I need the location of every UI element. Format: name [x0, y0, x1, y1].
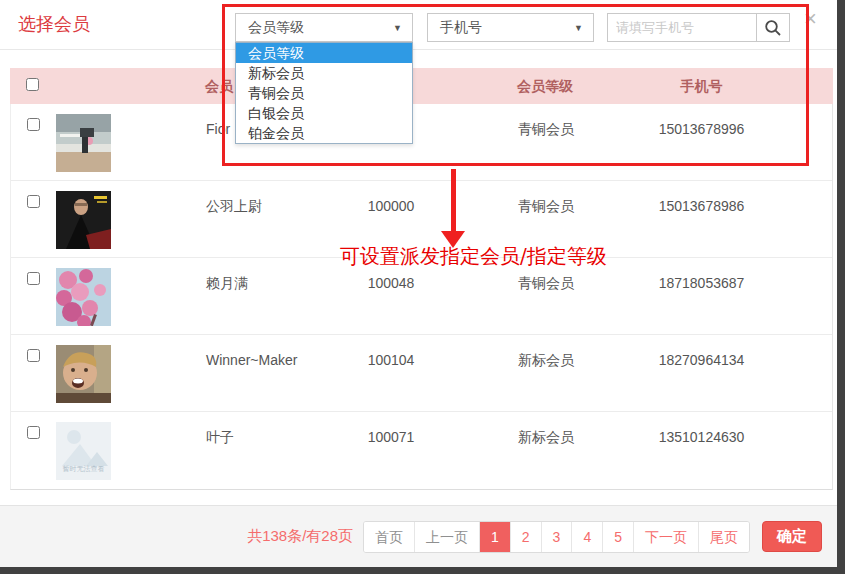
pagination-next[interactable]: 下一页 [633, 522, 698, 552]
dropdown-option-silver[interactable]: 白银会员 [236, 103, 412, 123]
pagination-page-4[interactable]: 4 [571, 522, 602, 552]
member-phone: 13510124630 [636, 412, 832, 445]
member-name: 公羽上尉 [206, 181, 336, 216]
pagination-prev[interactable]: 上一页 [414, 522, 479, 552]
pagination-page-3[interactable]: 3 [541, 522, 572, 552]
member-level: 新标会员 [446, 412, 636, 447]
member-id: 100071 [336, 412, 446, 445]
phone-search-input[interactable] [607, 13, 757, 42]
dropdown-option-platinum[interactable]: 铂金会员 [236, 123, 412, 143]
member-level: 青铜会员 [446, 104, 636, 139]
chevron-down-icon: ▼ [574, 23, 583, 33]
member-phone: 15013678986 [636, 181, 832, 214]
footer: 共138条/有28页 首页 上一页 1 2 3 4 5 下一页 尾页 确定 [0, 505, 837, 567]
avatar-beach-photo [56, 114, 111, 172]
table-row: 暂时无法查看 叶子 100071 新标会员 13510124630 [11, 412, 832, 489]
page-edge-bottom [0, 567, 845, 574]
avatar-man-portrait [56, 191, 111, 249]
page-title: 选择会员 [18, 12, 90, 36]
member-id: 100048 [336, 258, 446, 291]
avatar-no-image-placeholder: 暂时无法查看 [56, 422, 111, 480]
member-level-select[interactable]: 会员等级 ▼ [235, 13, 413, 42]
member-phone: 18270964134 [636, 335, 832, 368]
close-icon[interactable]: × [804, 8, 817, 30]
avatar-pink-flowers [56, 268, 111, 326]
member-level: 青铜会员 [446, 258, 636, 293]
avatar-placeholder-text: 暂时无法查看 [56, 464, 111, 474]
member-name: Winner~Maker [206, 335, 336, 368]
search-field-select-value: 手机号 [440, 19, 482, 37]
table-row: Fior 青铜会员 15013678996 [11, 104, 832, 181]
table-row: Winner~Maker 100104 新标会员 18270964134 [11, 335, 832, 412]
pagination: 首页 上一页 1 2 3 4 5 下一页 尾页 [363, 521, 750, 553]
row-checkbox[interactable] [27, 272, 40, 285]
row-checkbox[interactable] [27, 118, 40, 131]
search-icon [764, 19, 782, 37]
member-level: 青铜会员 [446, 181, 636, 216]
table-header-row: 会员 会员等级 手机号 [10, 68, 833, 104]
member-phone: 15013678996 [636, 104, 832, 137]
member-level-dropdown-list: 会员等级 新标会员 青铜会员 白银会员 铂金会员 [235, 42, 413, 144]
pagination-summary: 共138条/有28页 [247, 527, 353, 546]
chevron-down-icon: ▼ [393, 23, 402, 33]
select-all-checkbox[interactable] [26, 78, 39, 91]
search-field-select[interactable]: 手机号 ▼ [427, 13, 594, 42]
row-checkbox[interactable] [27, 349, 40, 362]
pagination-page-1[interactable]: 1 [479, 522, 510, 552]
member-phone: 18718053687 [636, 258, 832, 291]
member-name: 叶子 [206, 412, 336, 447]
row-checkbox[interactable] [27, 195, 40, 208]
dropdown-option-bronze[interactable]: 青铜会员 [236, 83, 412, 103]
pagination-first[interactable]: 首页 [364, 522, 414, 552]
confirm-button[interactable]: 确定 [762, 521, 822, 552]
member-id: 100104 [336, 335, 446, 368]
dropdown-option-all-levels[interactable]: 会员等级 [236, 43, 412, 63]
header-member-level: 会员等级 [445, 68, 635, 96]
pagination-page-2[interactable]: 2 [510, 522, 541, 552]
header-phone: 手机号 [635, 68, 833, 96]
member-table: 会员 会员等级 手机号 [10, 68, 833, 490]
table-row: 赖月满 100048 青铜会员 18718053687 [11, 258, 832, 335]
avatar-child-face [56, 345, 111, 403]
pagination-page-5[interactable]: 5 [602, 522, 633, 552]
member-level: 新标会员 [446, 335, 636, 370]
member-id: 100000 [336, 181, 446, 214]
search-button[interactable] [756, 13, 790, 42]
member-name: 赖月满 [206, 258, 336, 293]
header-divider [0, 49, 837, 50]
table-row: 公羽上尉 100000 青铜会员 15013678986 [11, 181, 832, 258]
dropdown-option-new-member[interactable]: 新标会员 [236, 63, 412, 83]
member-level-select-value: 会员等级 [248, 19, 304, 37]
page-edge-right [837, 0, 845, 574]
pagination-last[interactable]: 尾页 [698, 522, 749, 552]
row-checkbox[interactable] [27, 426, 40, 439]
